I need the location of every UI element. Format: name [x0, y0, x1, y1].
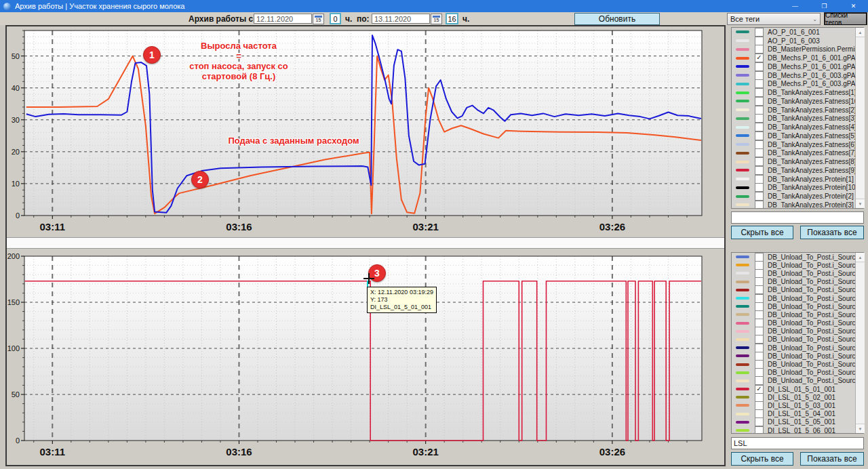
tag-checkbox[interactable] — [755, 79, 764, 88]
tag-checkbox[interactable] — [755, 376, 764, 385]
date-from-input[interactable] — [254, 14, 312, 24]
tag-row[interactable]: DB_Unload_To_Post.i_SourceTank_LSL[14] — [732, 261, 863, 269]
date-to-input[interactable] — [372, 14, 430, 24]
refresh-button[interactable]: Обновить — [574, 13, 660, 25]
tag-checkbox[interactable] — [755, 37, 764, 45]
tag-checkbox[interactable] — [755, 140, 764, 149]
tag-row[interactable]: DB_TankAnalyzes.Protein[1] — [732, 175, 863, 184]
tag-checkbox[interactable] — [755, 175, 764, 184]
minimize-icon[interactable]: — — [781, 0, 810, 12]
tag-checkbox[interactable] — [755, 192, 764, 201]
frequency-trend-chart[interactable]: 03:1103:1603:2103:2601020304050 — [7, 26, 724, 237]
tag-checkbox[interactable] — [755, 71, 764, 80]
maximize-icon[interactable]: ❐ — [810, 0, 839, 12]
tag-row[interactable]: DB_TankAnalyzes.Fatness[4] — [732, 123, 863, 131]
tag-row[interactable]: DB_Unload_To_Post.i_SourceTank_LSL[13] — [732, 253, 863, 261]
tag-checkbox[interactable] — [755, 253, 764, 262]
tag-row[interactable]: DI_LSL_01_5_06_001 — [732, 426, 863, 434]
tag-row[interactable]: ✓DB_Mechs.P_01_6_001.gPAR_Hz_A — [732, 54, 863, 62]
tag-checkbox[interactable] — [755, 157, 764, 166]
tag-checkbox[interactable] — [755, 45, 764, 54]
tag-filter-input-top[interactable] — [731, 211, 864, 224]
tag-checkbox[interactable] — [755, 88, 764, 97]
tag-filter-dropdown[interactable]: Все теги ⌄ — [727, 13, 821, 25]
tag-row[interactable]: DB_Unload_To_Post.i_SourceTank_LSL[3] — [732, 327, 863, 335]
tag-checkbox[interactable] — [755, 335, 764, 344]
scroll-up-icon[interactable]: ▲ — [856, 253, 865, 262]
tag-checkbox[interactable] — [755, 97, 764, 106]
show-all-button-bottom[interactable]: Показать все — [800, 452, 864, 466]
hour-from-input[interactable]: 0 — [330, 13, 341, 24]
tag-checkbox[interactable] — [755, 28, 764, 37]
scroll-down-icon[interactable]: ▼ — [856, 424, 865, 433]
tag-checkbox[interactable] — [755, 261, 764, 270]
tag-checkbox[interactable] — [755, 310, 764, 319]
tag-checkbox[interactable] — [755, 426, 764, 434]
tag-checkbox[interactable] — [755, 131, 764, 140]
tag-checkbox[interactable] — [755, 148, 764, 157]
tag-row[interactable]: AO_P_01_6_003 — [732, 37, 863, 45]
tag-row[interactable]: ✓DI_LSL_01_5_01_001 — [732, 385, 863, 393]
tag-row[interactable]: DB_Mechs.P_01_6_001.gPAR_Hz_M — [732, 62, 863, 71]
tag-checkbox[interactable] — [755, 269, 764, 278]
tag-row[interactable]: DB_TankAnalyzes.Fatness[7] — [732, 149, 863, 158]
tag-row[interactable]: DB_TankAnalyzes.Fatness[6] — [732, 140, 863, 149]
tag-row[interactable]: DB_TankAnalyzes.Protein[10] — [732, 184, 863, 192]
tag-lists-button[interactable]: Списки тегов — [825, 13, 867, 25]
tag-row[interactable]: DB_Unload_To_Post.i_SourceTank_LSL[4] — [732, 335, 863, 344]
scrollbar[interactable]: ▲ ▼ — [855, 28, 865, 208]
tag-row[interactable]: DB_Unload_To_Post.i_SourceTank_LSL[8] — [732, 369, 863, 377]
hour-to-input[interactable]: 16 — [446, 13, 458, 24]
close-icon[interactable]: ✕ — [839, 0, 868, 12]
tag-row[interactable]: DB_TankAnalyzes.Fatness[5] — [732, 131, 863, 140]
hide-all-button-top[interactable]: Скрыть все — [731, 226, 793, 239]
tag-row[interactable]: DB_TankAnalyzes.Fatness[9] — [732, 166, 863, 175]
tag-row[interactable]: DB_TankAnalyzes.Protein[2] — [732, 192, 863, 201]
tag-row[interactable]: DB_TankAnalyzes.Fatness[10] — [732, 97, 863, 106]
tag-checkbox[interactable] — [755, 327, 764, 335]
tag-filter-input-bottom[interactable] — [731, 437, 864, 449]
tag-checkbox[interactable] — [755, 285, 764, 294]
tag-row[interactable]: DB_TankAnalyzes.Fatness[8] — [732, 157, 863, 166]
show-all-button-top[interactable]: Показать все — [800, 226, 864, 239]
tag-checkbox[interactable] — [755, 294, 764, 303]
tag-checkbox[interactable] — [755, 62, 764, 71]
tag-checkbox[interactable] — [755, 409, 764, 418]
tag-row[interactable]: DB_TankAnalyzes.Fatness[3] — [732, 115, 863, 123]
tag-row[interactable]: DB_Mechs.P_01_6_003.gPAR_Hz_A — [732, 71, 863, 80]
tag-checkbox[interactable] — [755, 183, 764, 192]
tag-checkbox[interactable]: ✓ — [755, 54, 764, 62]
tag-row[interactable]: DB_TankAnalyzes.Protein[3] — [732, 201, 863, 209]
tag-row[interactable]: DB_Unload_To_Post.i_SourceTank_LSL[17] — [732, 286, 863, 294]
level-signal-trend-chart[interactable]: 03:1103:1603:2103:26050100150200 — [7, 249, 724, 465]
tag-checkbox[interactable] — [755, 166, 764, 175]
tag-list-bottom[interactable]: DB_Unload_To_Post.i_SourceTank_LSL[13]DB… — [731, 252, 864, 434]
tag-checkbox[interactable] — [755, 277, 764, 286]
tag-checkbox[interactable] — [755, 302, 764, 311]
tag-row[interactable]: DB_Unload_To_Post.i_SourceTank_LSL[7] — [732, 360, 863, 368]
tag-row[interactable]: DB_TankAnalyzes.Fatness[1] — [732, 88, 863, 97]
tag-list-top[interactable]: AO_P_01_6_001AO_P_01_6_003DB_MasterPermi… — [731, 27, 864, 209]
calendar-from-button[interactable]: 15 — [313, 14, 324, 24]
tag-row[interactable]: DB_MasterPermission.PermissionTime — [732, 45, 863, 54]
scrollbar[interactable]: ▲ ▼ — [855, 253, 865, 433]
tag-checkbox[interactable]: ✓ — [755, 385, 764, 394]
tag-row[interactable]: DB_Unload_To_Post.i_SourceTank_LSL[9] — [732, 377, 863, 385]
chart-splitter[interactable] — [7, 237, 724, 249]
tag-checkbox[interactable] — [755, 401, 764, 410]
tag-checkbox[interactable] — [755, 368, 764, 377]
tag-checkbox[interactable] — [755, 360, 764, 369]
tag-checkbox[interactable] — [755, 352, 764, 361]
tag-row[interactable]: DI_LSL_01_5_04_001 — [732, 410, 863, 418]
tag-checkbox[interactable] — [755, 106, 764, 115]
tag-row[interactable]: DB_TankAnalyzes.Fatness[2] — [732, 106, 863, 115]
tag-checkbox[interactable] — [755, 344, 764, 352]
calendar-to-button[interactable]: 15 — [431, 14, 442, 24]
tag-row[interactable]: DI_LSL_01_5_05_001 — [732, 418, 863, 426]
tag-row[interactable]: DI_LSL_01_5_02_001 — [732, 393, 863, 401]
tag-checkbox[interactable] — [755, 417, 764, 426]
hide-all-button-bottom[interactable]: Скрыть все — [731, 452, 793, 466]
scroll-down-icon[interactable]: ▼ — [856, 199, 865, 208]
tag-row[interactable]: DB_Mechs.P_01_6_003.gPAR_Hz_M — [732, 80, 863, 89]
tag-checkbox[interactable] — [755, 393, 764, 402]
